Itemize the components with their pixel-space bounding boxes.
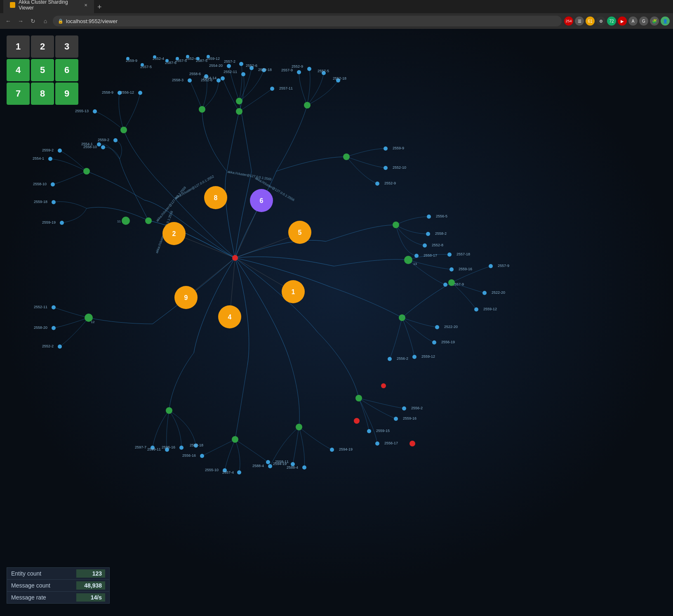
browser-toolbar: ← → ↻ ⌂ 🔒 localhost:9552/viewer 254 ☰ 61…	[0, 13, 673, 29]
extensions-icon[interactable]: 🧩	[650, 17, 659, 26]
refresh-button[interactable]: ↻	[28, 16, 38, 26]
svg-text:2558-20: 2558-20	[34, 326, 47, 330]
svg-point-34	[297, 70, 301, 74]
svg-point-115	[83, 168, 90, 175]
grid-cell-6[interactable]: 6	[55, 59, 78, 81]
svg-point-89	[266, 460, 270, 464]
svg-point-113	[51, 182, 55, 186]
svg-point-187	[176, 57, 179, 60]
svg-point-44	[426, 232, 430, 236]
svg-text:2556-5: 2556-5	[436, 214, 447, 218]
shard-grid: 1 2 3 4 5 6 7 8 9	[7, 35, 78, 105]
svg-point-141	[482, 291, 487, 295]
svg-point-174	[409, 441, 415, 446]
svg-point-52	[447, 253, 452, 257]
svg-point-107	[58, 345, 62, 349]
grid-cell-9[interactable]: 9	[55, 83, 78, 105]
back-button[interactable]: ←	[3, 16, 13, 26]
ext-icon-1[interactable]: 254	[564, 17, 573, 26]
ext-icon-6[interactable]: A	[628, 17, 638, 26]
svg-point-38	[304, 102, 311, 109]
svg-point-59	[435, 325, 439, 329]
svg-point-25	[227, 64, 231, 68]
svg-point-122	[120, 127, 127, 133]
svg-text:2594-19: 2594-19	[339, 447, 353, 451]
svg-point-186	[165, 59, 169, 62]
svg-text:2559-2: 2559-2	[98, 138, 109, 142]
grid-cell-8[interactable]: 8	[31, 83, 54, 105]
svg-text:2556-19: 2556-19	[441, 340, 455, 344]
svg-point-80	[330, 448, 334, 452]
home-button[interactable]: ⌂	[40, 16, 50, 26]
address-bar[interactable]: 🔒 localhost:9552/viewer	[53, 16, 562, 26]
ext-icon-4[interactable]: 72	[607, 17, 616, 26]
svg-point-121	[138, 91, 142, 95]
svg-point-136	[236, 108, 242, 115]
ext-icon-2[interactable]: ☰	[575, 17, 584, 26]
svg-text:8: 8	[214, 194, 218, 201]
svg-point-147	[232, 255, 238, 261]
svg-text:2558-9: 2558-9	[102, 90, 113, 94]
entity-count-value: 123	[76, 569, 105, 578]
svg-text:2557-9: 2557-9	[498, 264, 509, 268]
svg-text:2552-9: 2552-9	[292, 64, 303, 68]
svg-text:2588-4: 2588-4	[287, 465, 298, 470]
ext-icon-7[interactable]: G	[639, 17, 648, 26]
ext-icon-3[interactable]: 61	[586, 17, 595, 26]
grid-cell-5[interactable]: 5	[31, 59, 54, 81]
svg-point-98	[179, 446, 184, 450]
svg-text:1: 1	[292, 288, 295, 295]
grid-cell-7[interactable]: 7	[7, 83, 30, 105]
svg-text:2554-20: 2554-20	[209, 64, 223, 68]
svg-text:2522-20: 2522-20	[492, 290, 505, 295]
svg-point-114	[58, 149, 62, 153]
svg-point-190	[207, 55, 210, 58]
svg-text:2556-16: 2556-16	[182, 453, 196, 458]
svg-text:2557-18: 2557-18	[457, 252, 470, 256]
svg-text:2552-9: 2552-9	[384, 181, 396, 185]
grid-cell-3[interactable]: 3	[55, 35, 78, 58]
entity-count-row: Entity count 123	[7, 568, 109, 580]
svg-point-81	[268, 464, 272, 468]
profile-icon[interactable]: 👤	[661, 17, 670, 26]
svg-point-120	[93, 109, 97, 113]
svg-text:2558-17: 2558-17	[424, 253, 437, 257]
tab-close-icon[interactable]: ✕	[84, 3, 87, 7]
browser-chrome: Akka Cluster Sharding Viewer ✕ + ← → ↻ ⌂…	[0, 0, 673, 29]
grid-cell-1[interactable]: 1	[7, 35, 30, 58]
svg-point-106	[52, 326, 56, 330]
svg-text:2557-9: 2557-9	[281, 68, 293, 72]
svg-text:2522-20: 2522-20	[444, 325, 458, 329]
svg-text:2558-10: 2558-10	[33, 182, 47, 186]
svg-text:2559-18: 2559-18	[34, 200, 47, 204]
svg-text:2556-12: 2556-12	[120, 90, 134, 94]
svg-text:2555-13: 2555-13	[75, 109, 89, 113]
svg-text:2552-11: 2552-11	[34, 305, 47, 309]
message-count-value: 48,938	[76, 581, 105, 590]
main-content: 2559-18 2559-19 2554-1 2558-10 2559-2 25…	[0, 29, 673, 616]
message-rate-label: Message rate	[11, 594, 46, 601]
new-tab-button[interactable]: +	[94, 1, 105, 13]
settings-icon[interactable]: ⚙	[596, 17, 605, 26]
svg-text:2555-10: 2555-10	[205, 468, 219, 472]
svg-text:2559-15: 2559-15	[376, 429, 390, 433]
svg-point-185	[153, 55, 156, 59]
svg-text:2559-18: 2559-18	[258, 68, 272, 72]
svg-text:2556-17: 2556-17	[384, 441, 398, 445]
svg-rect-0	[0, 29, 673, 616]
svg-point-53	[449, 267, 454, 271]
ext-icon-5[interactable]: ▶	[618, 17, 627, 26]
svg-text:2557-11: 2557-11	[279, 86, 293, 90]
svg-point-134	[241, 72, 245, 76]
svg-point-105	[52, 305, 56, 309]
svg-text:2557-18: 2557-18	[190, 443, 203, 447]
svg-point-17	[145, 217, 152, 224]
svg-text:2552-11: 2552-11	[224, 70, 237, 74]
svg-point-62	[388, 357, 392, 361]
grid-cell-4[interactable]: 4	[7, 59, 30, 81]
active-tab[interactable]: Akka Cluster Sharding Viewer ✕	[3, 0, 94, 13]
svg-text:5: 5	[298, 229, 302, 236]
grid-cell-2[interactable]: 2	[31, 35, 54, 58]
svg-text:2559-2: 2559-2	[42, 148, 54, 152]
forward-button[interactable]: →	[16, 16, 26, 26]
